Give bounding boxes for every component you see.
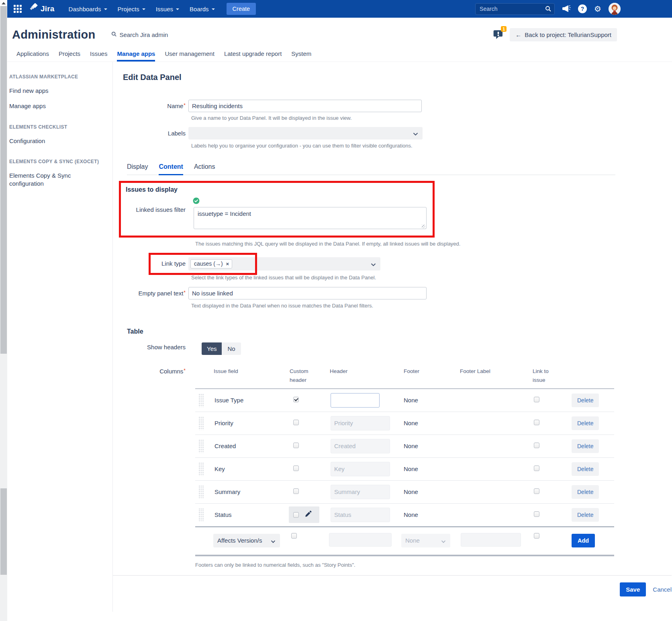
drag-handle-icon[interactable]	[198, 508, 204, 522]
sidebar-item-configuration[interactable]: Configuration	[9, 137, 94, 145]
search-icon[interactable]	[545, 6, 551, 14]
table-section-heading: Table	[127, 328, 672, 335]
scrollbar-up-arrow-icon[interactable]	[0, 0, 7, 6]
gear-icon[interactable]: ⚙	[594, 5, 601, 13]
columns-label: Columns*	[122, 367, 188, 556]
tab-applications[interactable]: Applications	[16, 50, 49, 61]
tab-display[interactable]: Display	[127, 163, 148, 175]
tab-manage-apps[interactable]: Manage apps	[117, 50, 155, 61]
header-input-disabled	[331, 485, 390, 499]
header-input-disabled	[331, 416, 390, 430]
save-button[interactable]: Save	[620, 582, 646, 596]
custom-header-checkbox[interactable]	[293, 443, 299, 448]
header-input[interactable]	[331, 393, 380, 408]
add-column-button[interactable]: Add	[572, 534, 595, 547]
jira-logo-icon	[29, 3, 39, 14]
tab-projects[interactable]: Projects	[59, 50, 80, 61]
textarea-resize-handle[interactable]	[422, 225, 425, 228]
jira-logo[interactable]: Jira	[29, 3, 55, 14]
nav-dashboards[interactable]: Dashboards	[69, 6, 107, 12]
announcement-icon[interactable]	[562, 5, 571, 13]
delete-button[interactable]: Delete	[572, 394, 599, 407]
app-grid-icon[interactable]	[13, 4, 23, 14]
scrollbar-thumb-2[interactable]	[0, 488, 7, 575]
custom-header-checkbox[interactable]	[293, 512, 299, 518]
header-input-disabled	[331, 462, 390, 476]
left-scrollbar[interactable]	[0, 0, 7, 621]
valid-check-icon	[193, 197, 427, 206]
chip-remove-icon[interactable]: ×	[226, 261, 229, 267]
delete-button[interactable]: Delete	[572, 508, 599, 522]
table-row-issue-type: Issue Type None Delete	[195, 389, 614, 412]
notification-bubble-icon[interactable]: 1	[493, 30, 505, 40]
tab-user-management[interactable]: User management	[165, 50, 214, 61]
header-input-disabled	[331, 439, 390, 453]
link-to-issue-checkbox[interactable]	[534, 488, 539, 494]
drag-handle-icon[interactable]	[198, 485, 204, 499]
edit-pencil-icon[interactable]	[305, 510, 312, 519]
show-headers-no-button[interactable]: No	[222, 342, 241, 355]
sidebar-item-copy-sync-configuration[interactable]: Elements Copy & Sync configuration	[9, 172, 94, 188]
header-input-disabled	[331, 508, 390, 522]
custom-header-checkbox[interactable]	[293, 465, 299, 471]
admin-header: Administration Search Jira admin 1	[7, 18, 672, 41]
link-to-issue-checkbox[interactable]	[534, 465, 539, 471]
delete-button[interactable]: Delete	[572, 485, 599, 499]
labels-label: Labels	[122, 127, 188, 137]
tab-content[interactable]: Content	[159, 163, 183, 175]
tab-actions[interactable]: Actions	[194, 163, 215, 175]
sidebar-heading-elements-checklist: ELEMENTS CHECKLIST	[9, 124, 108, 130]
sidebar-item-manage-apps[interactable]: Manage apps	[9, 102, 94, 110]
link-to-issue-checkbox[interactable]	[534, 420, 539, 425]
global-search-input[interactable]	[475, 3, 555, 15]
link-to-issue-checkbox[interactable]	[534, 443, 539, 448]
scrollbar-thumb[interactable]	[0, 6, 7, 354]
drag-handle-icon[interactable]	[198, 462, 204, 476]
sidebar-item-find-new-apps[interactable]: Find new apps	[9, 87, 94, 95]
labels-select[interactable]	[188, 127, 423, 139]
drag-handle-icon[interactable]	[198, 416, 204, 430]
custom-header-checkbox[interactable]	[293, 397, 299, 402]
linked-issues-filter-textarea[interactable]: issuetype = Incident	[194, 207, 427, 229]
custom-header-checkbox[interactable]	[293, 420, 299, 425]
custom-header-checkbox[interactable]	[291, 533, 297, 539]
new-footer-label-input[interactable]	[461, 533, 521, 547]
link-type-select[interactable]: causes (→) ×	[188, 257, 380, 271]
delete-button[interactable]: Delete	[572, 416, 599, 430]
admin-sidebar: ATLASSIAN MARKETPLACE Find new apps Mana…	[7, 62, 113, 612]
col-header-footer: Footer	[397, 367, 453, 376]
empty-panel-text-input[interactable]	[188, 287, 427, 299]
custom-header-checkbox[interactable]	[293, 488, 299, 494]
user-avatar[interactable]	[609, 3, 621, 15]
tab-issues[interactable]: Issues	[90, 50, 107, 61]
link-to-issue-checkbox[interactable]	[534, 397, 539, 402]
delete-button[interactable]: Delete	[572, 462, 599, 476]
admin-search-link[interactable]: Search Jira admin	[111, 31, 168, 38]
issue-field-select[interactable]: Affects Version/s	[213, 534, 280, 547]
cancel-link[interactable]: Cancel	[653, 586, 672, 593]
drag-handle-icon[interactable]	[198, 439, 204, 453]
main-content: Edit Data Panel Name* Give a name to you…	[113, 62, 672, 612]
sidebar-heading-marketplace: ATLASSIAN MARKETPLACE	[9, 74, 108, 80]
help-icon[interactable]: ?	[578, 4, 587, 13]
link-to-issue-checkbox[interactable]	[534, 533, 539, 539]
create-button[interactable]: Create	[227, 3, 256, 15]
link-to-issue-checkbox[interactable]	[534, 511, 539, 517]
name-input[interactable]	[188, 100, 422, 112]
nav-projects[interactable]: Projects	[118, 6, 145, 12]
col-header-header: Header	[326, 367, 397, 376]
show-headers-yes-button[interactable]: Yes	[202, 342, 222, 355]
chevron-down-icon	[176, 8, 179, 10]
col-header-link-to-issue: Link to issue	[526, 367, 551, 385]
form-bottom-divider	[113, 575, 672, 576]
delete-button[interactable]: Delete	[572, 439, 599, 453]
tab-latest-upgrade-report[interactable]: Latest upgrade report	[224, 50, 282, 61]
back-to-project-button[interactable]: ← Back to project: TellurianSupport	[510, 28, 617, 41]
footer-select[interactable]: None	[401, 534, 450, 547]
drag-handle-icon[interactable]	[198, 394, 204, 407]
nav-issues[interactable]: Issues	[156, 6, 179, 12]
nav-boards[interactable]: Boards	[190, 6, 215, 12]
tab-system[interactable]: System	[291, 50, 311, 61]
new-header-input[interactable]	[329, 533, 392, 547]
chevron-down-icon	[212, 8, 215, 10]
